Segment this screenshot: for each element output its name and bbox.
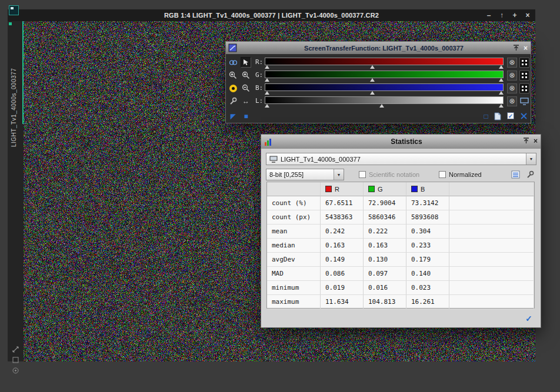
- sidebar-tab-label[interactable]: LIGHT_Tv1_4000s_000377: [11, 29, 17, 147]
- window-title: RGB 1:4 LIGHT_Tv1_4000s_000377 | LIGHT_T…: [164, 12, 379, 19]
- cell-value: 0.130: [364, 253, 406, 267]
- view-selector[interactable]: LIGHT_Tv1_4000s_000377 ▼: [266, 153, 536, 165]
- stf-slider-g[interactable]: [265, 71, 504, 82]
- stf-body: ↔ R: ⊗ G: ⊗: [226, 54, 531, 123]
- table-corner-cell: [267, 182, 321, 196]
- window-title-bar[interactable]: RGB 1:4 LIGHT_Tv1_4000s_000377 | LIGHT_T…: [8, 9, 535, 21]
- highlight-marker[interactable]: [499, 65, 504, 69]
- minimize-icon[interactable]: –: [485, 11, 493, 20]
- statistics-title-bar[interactable]: Statistics ×: [261, 135, 541, 149]
- highlight-marker[interactable]: [499, 91, 504, 95]
- shade-icon[interactable]: ↑: [498, 11, 506, 20]
- cell-value: 0.140: [406, 267, 449, 281]
- green-swatch: [368, 186, 375, 192]
- zoom-in-icon[interactable]: [228, 70, 238, 81]
- apply-check-icon[interactable]: ✓: [525, 314, 532, 323]
- zoom-out-icon[interactable]: [241, 83, 251, 93]
- cell-filler: [449, 225, 534, 239]
- checkbox-box: [439, 171, 446, 178]
- chain-link-icon[interactable]: [228, 57, 238, 68]
- cell-value: 16.261: [406, 295, 449, 309]
- normalized-checkbox[interactable]: Normalized: [439, 171, 482, 178]
- pin-icon[interactable]: [513, 45, 519, 51]
- statistics-table: R G B count (%) 67.6511 72.9004 73.3142 …: [266, 182, 535, 309]
- reset-channel-icon[interactable]: ⊗: [507, 96, 517, 106]
- new-instance-icon[interactable]: ◤: [228, 112, 238, 122]
- checkbox-label: Scientific notation: [369, 171, 419, 178]
- cell-value: 0.304: [406, 225, 449, 239]
- stf-channel-row-r: R: ⊗: [255, 58, 529, 69]
- apply-global-icon[interactable]: □: [481, 112, 491, 122]
- checkbox-label: Normalized: [449, 171, 482, 178]
- reset-channel-icon[interactable]: ⊗: [507, 83, 517, 93]
- shadow-marker[interactable]: [265, 65, 269, 69]
- close-icon[interactable]: ×: [524, 11, 532, 20]
- shadow-marker[interactable]: [265, 78, 269, 82]
- sync-views-icon[interactable]: [12, 346, 19, 353]
- row-label: avgDev: [267, 253, 321, 267]
- cell-value: 5438363: [321, 210, 364, 225]
- cell-value: 5893608: [406, 210, 449, 225]
- chevron-down-icon[interactable]: ▼: [526, 153, 536, 165]
- cell-filler: [449, 239, 534, 253]
- chevron-down-icon[interactable]: ▼: [334, 169, 344, 180]
- stf-title-bar[interactable]: ScreenTransferFunction: LIGHT_Tv1_4000s_…: [226, 42, 531, 54]
- auto-stretch-icon[interactable]: [228, 83, 238, 93]
- stf-slider-l[interactable]: [265, 96, 504, 108]
- frame-mode-icon[interactable]: [12, 356, 19, 364]
- cell-filler: [449, 210, 534, 225]
- channel-detail-icon[interactable]: [519, 58, 529, 68]
- midtone-marker[interactable]: [370, 65, 375, 69]
- cell-filler: [449, 253, 534, 267]
- statistics-close-icon[interactable]: ×: [534, 137, 538, 145]
- arrow-cursor-icon[interactable]: [241, 57, 251, 68]
- midtone-marker[interactable]: [370, 91, 375, 95]
- workspace-icon[interactable]: [9, 5, 19, 15]
- enabled-checkbox[interactable]: ✓: [507, 112, 516, 122]
- zoom-icon[interactable]: +: [511, 11, 519, 20]
- cell-value: 72.9004: [364, 196, 406, 210]
- reset-channel-icon[interactable]: ⊗: [507, 71, 517, 81]
- desktop: RGB 1:4 LIGHT_Tv1_4000s_000377 | LIGHT_T…: [0, 0, 560, 392]
- midtone-marker[interactable]: [370, 78, 375, 82]
- cell-value: 11.634: [321, 295, 364, 309]
- preferences-wrench-icon[interactable]: [525, 169, 535, 180]
- column-header-g: G: [364, 182, 406, 196]
- column-header-r: R: [321, 182, 364, 196]
- midtone-marker[interactable]: [379, 104, 384, 108]
- cell-value: 0.222: [364, 225, 406, 239]
- range-selector-value: 8-bit [0,255]: [266, 171, 334, 178]
- row-label: minimum: [267, 281, 321, 295]
- column-header-b: B: [406, 182, 449, 196]
- stf-channel-row-b: B: ⊗: [255, 83, 529, 95]
- shadow-marker[interactable]: [265, 104, 269, 108]
- cell-value: 0.149: [321, 253, 364, 267]
- table-options-icon[interactable]: [510, 169, 521, 180]
- apply-icon[interactable]: ■: [241, 112, 251, 122]
- stf-slider-b[interactable]: [265, 83, 504, 95]
- monitor-icon: [269, 156, 278, 163]
- statistics-process-icon: [264, 138, 272, 146]
- reset-all-icon[interactable]: [520, 112, 529, 122]
- statistics-title: Statistics: [272, 138, 541, 146]
- channel-detail-icon[interactable]: [519, 71, 529, 81]
- cell-filler: [449, 295, 534, 309]
- highlight-marker[interactable]: [499, 104, 504, 108]
- documentation-icon[interactable]: [494, 112, 504, 122]
- pan-arrows-icon[interactable]: ↔: [241, 96, 251, 106]
- stf-close-icon[interactable]: ×: [524, 44, 528, 52]
- highlight-marker[interactable]: [499, 78, 504, 82]
- range-selector[interactable]: 8-bit [0,255] ▼: [266, 169, 344, 180]
- reset-channel-icon[interactable]: ⊗: [507, 58, 517, 68]
- shadow-marker[interactable]: [265, 91, 269, 95]
- edit-stf-wrench-icon[interactable]: [228, 96, 238, 106]
- target-mode-icon[interactable]: [12, 367, 19, 374]
- stf-slider-r[interactable]: [265, 58, 504, 69]
- pin-icon[interactable]: [523, 138, 529, 144]
- zoom-fit-icon[interactable]: [241, 70, 251, 81]
- cell-value: 0.023: [406, 281, 449, 295]
- cell-value: 0.179: [406, 253, 449, 267]
- scientific-notation-checkbox[interactable]: Scientific notation: [359, 171, 419, 178]
- channel-detail-icon[interactable]: [519, 83, 529, 93]
- screen-icon[interactable]: [519, 96, 529, 106]
